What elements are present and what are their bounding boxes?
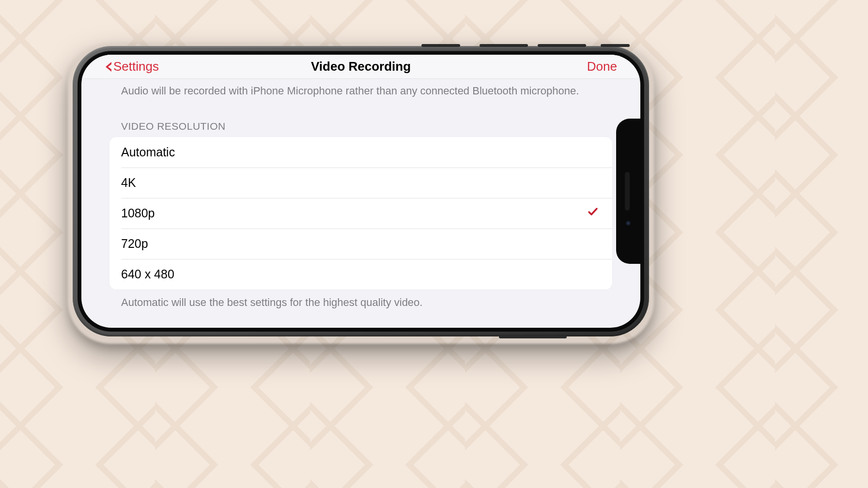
phone-frame: Settings Video Recording Done Audio will… — [73, 46, 649, 336]
page-title: Video Recording — [311, 59, 411, 74]
done-button[interactable]: Done — [587, 59, 617, 74]
resolution-option-automatic[interactable]: Automatic — [109, 137, 612, 168]
phone-button-silence — [421, 44, 460, 47]
phone-screen: Settings Video Recording Done Audio will… — [81, 55, 640, 328]
resolution-option-4k[interactable]: 4K — [109, 168, 612, 198]
phone-button-power — [499, 336, 567, 338]
resolution-option-label: 4K — [121, 176, 136, 190]
resolution-option-640x480[interactable]: 640 x 480 — [109, 259, 612, 290]
resolution-option-720p[interactable]: 720p — [109, 229, 612, 259]
resolution-list: Automatic 4K 1080p — [109, 137, 612, 290]
resolution-option-label: 1080p — [121, 206, 155, 220]
navigation-bar: Settings Video Recording Done — [81, 55, 640, 79]
phone-button-side — [601, 44, 630, 47]
content-area: Audio will be recorded with iPhone Micro… — [81, 79, 640, 328]
back-label: Settings — [113, 59, 159, 74]
resolution-option-label: 640 x 480 — [121, 267, 174, 281]
audio-hint-text: Audio will be recorded with iPhone Micro… — [81, 79, 640, 102]
check-icon — [587, 206, 599, 220]
back-button[interactable]: Settings — [106, 59, 159, 74]
phone-button-volume-down — [538, 44, 586, 47]
phone-notch — [616, 119, 640, 264]
chevron-left-icon — [106, 62, 111, 72]
resolution-option-1080p[interactable]: 1080p — [109, 198, 612, 229]
footer-hint-text: Automatic will use the best settings for… — [81, 290, 640, 314]
resolution-option-label: 720p — [121, 237, 148, 251]
section-header-resolution: VIDEO RESOLUTION — [81, 102, 640, 137]
resolution-option-label: Automatic — [121, 145, 175, 159]
phone-button-volume-up — [480, 44, 528, 47]
